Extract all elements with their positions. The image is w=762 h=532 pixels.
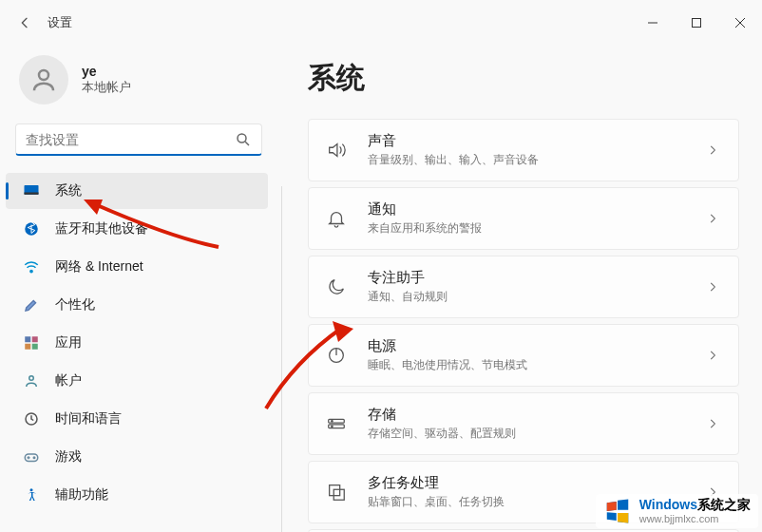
chevron-right-icon	[706, 349, 719, 362]
card-power[interactable]: 电源睡眠、电池使用情况、节电模式	[308, 324, 739, 387]
sidebar-item-label: 辅助功能	[55, 486, 108, 504]
svg-rect-7	[25, 336, 30, 342]
search-box[interactable]	[15, 124, 262, 156]
card-storage[interactable]: 存储存储空间、驱动器、配置规则	[308, 392, 739, 455]
chevron-right-icon	[706, 280, 719, 294]
card-title: 多任务处理	[368, 474, 689, 492]
sidebar-item-accounts[interactable]: 帐户	[6, 363, 268, 399]
brush-icon	[23, 296, 40, 314]
svg-rect-22	[333, 489, 344, 500]
svg-rect-13	[25, 454, 38, 462]
card-sub: 睡眠、电池使用情况、节电模式	[368, 357, 689, 373]
card-title: 存储	[368, 406, 689, 424]
sidebar-item-label: 帐户	[55, 372, 82, 390]
back-button[interactable]	[8, 6, 42, 40]
card-sub: 存储空间、驱动器、配置规则	[368, 426, 689, 442]
window-controls	[631, 8, 762, 38]
search-icon	[235, 131, 252, 148]
accessibility-icon	[23, 486, 40, 504]
card-sound[interactable]: 声音音量级别、输出、输入、声音设备	[308, 119, 739, 181]
clock-icon	[23, 410, 40, 428]
svg-point-14	[33, 457, 35, 459]
windows-logo-icon	[603, 497, 632, 525]
sidebar-item-bluetooth[interactable]: 蓝牙和其他设备	[6, 211, 268, 247]
svg-rect-10	[32, 344, 38, 350]
sidebar-item-label: 时间和语言	[55, 410, 122, 428]
wifi-icon	[23, 258, 40, 276]
main-content: 系统 声音音量级别、输出、输入、声音设备 通知来自应用和系统的警报 专注助手通知…	[281, 46, 762, 532]
sidebar-item-label: 应用	[55, 334, 82, 352]
svg-rect-8	[32, 336, 38, 342]
svg-point-6	[30, 270, 32, 272]
card-title: 通知	[368, 200, 689, 218]
svg-point-2	[238, 134, 246, 142]
svg-rect-9	[25, 344, 30, 350]
sidebar-item-network[interactable]: 网络 & Internet	[6, 249, 268, 285]
close-button[interactable]	[718, 8, 762, 38]
watermark: Windows系统之家 www.bjjmlxc.com	[596, 494, 758, 528]
minimize-button[interactable]	[631, 8, 675, 38]
app-title: 设置	[48, 14, 72, 31]
card-sub: 音量级别、输出、输入、声音设备	[368, 152, 689, 168]
card-title: 声音	[368, 132, 689, 150]
sidebar-item-personalization[interactable]: 个性化	[6, 287, 268, 323]
chevron-right-icon	[706, 143, 719, 157]
apps-icon	[23, 334, 40, 352]
svg-point-15	[30, 488, 33, 491]
moon-icon	[322, 273, 351, 301]
sidebar-item-accessibility[interactable]: 辅助功能	[6, 477, 268, 513]
divider	[281, 186, 282, 532]
titlebar: 设置	[0, 0, 762, 46]
power-icon	[322, 341, 351, 370]
watermark-url: www.bjjmlxc.com	[639, 513, 751, 524]
bell-icon	[322, 204, 351, 233]
sidebar-item-label: 网络 & Internet	[55, 258, 143, 276]
maximize-button[interactable]	[675, 8, 718, 38]
watermark-brand: Windows系统之家	[639, 498, 751, 512]
svg-point-19	[332, 421, 333, 422]
sidebar-item-label: 游戏	[55, 448, 82, 466]
search-input[interactable]	[26, 132, 235, 147]
gaming-icon	[23, 448, 40, 466]
sidebar-item-label: 系统	[55, 182, 82, 200]
sidebar-item-gaming[interactable]: 游戏	[6, 439, 268, 475]
sidebar-item-apps[interactable]: 应用	[6, 325, 268, 361]
bluetooth-icon	[23, 220, 40, 238]
card-notifications[interactable]: 通知来自应用和系统的警报	[308, 187, 739, 250]
card-sub: 通知、自动规则	[368, 289, 689, 305]
svg-point-20	[332, 426, 333, 427]
svg-point-11	[29, 376, 34, 381]
svg-rect-21	[330, 485, 340, 496]
nav-list: 系统 蓝牙和其他设备 网络 & Internet 个性化 应用 帐户	[0, 173, 277, 513]
accounts-icon	[23, 372, 40, 390]
sound-icon	[322, 136, 351, 164]
profile-block[interactable]: ye 本地帐户	[0, 46, 277, 124]
sidebar: ye 本地帐户 系统 蓝牙和其他设备 网络 & Int	[0, 46, 281, 532]
card-sub: 来自应用和系统的警报	[368, 220, 689, 237]
sidebar-item-system[interactable]: 系统	[6, 173, 268, 209]
svg-rect-0	[693, 19, 701, 28]
system-icon	[23, 182, 40, 200]
card-focus-assist[interactable]: 专注助手通知、自动规则	[308, 256, 739, 318]
sidebar-item-label: 个性化	[55, 296, 95, 314]
sidebar-item-label: 蓝牙和其他设备	[55, 220, 148, 238]
card-title: 专注助手	[368, 269, 689, 287]
sidebar-item-time-language[interactable]: 时间和语言	[6, 401, 268, 437]
chevron-right-icon	[706, 417, 719, 430]
svg-rect-4	[25, 193, 39, 195]
storage-icon	[322, 409, 351, 438]
svg-point-1	[39, 70, 48, 80]
profile-name: ye	[82, 64, 131, 79]
multitask-icon	[322, 478, 351, 506]
profile-sub: 本地帐户	[82, 79, 131, 96]
page-title: 系统	[308, 59, 739, 98]
avatar-icon	[19, 55, 68, 104]
card-title: 电源	[368, 337, 689, 355]
chevron-right-icon	[706, 212, 719, 225]
